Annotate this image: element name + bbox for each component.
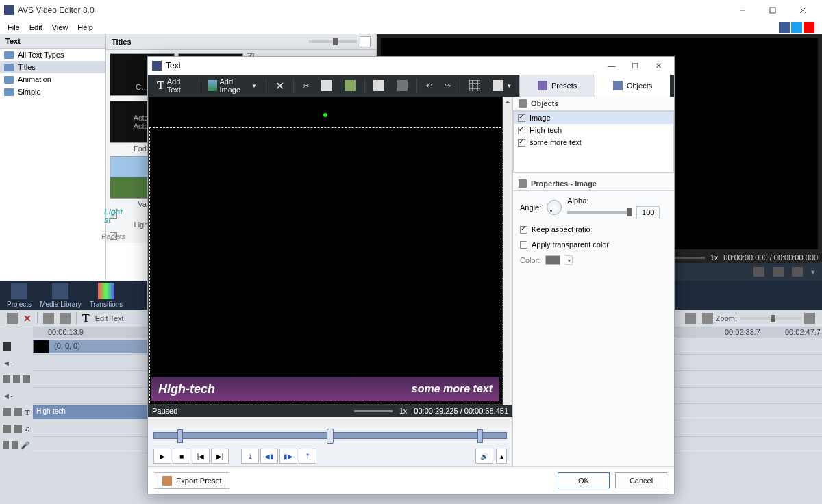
object-visibility-checkbox[interactable] [518,114,525,122]
titles-panel-title: Titles [112,38,309,46]
angle-dial[interactable] [547,200,562,215]
cancel-button[interactable]: Cancel [615,473,667,488]
in-handle[interactable] [177,429,183,443]
play-button[interactable]: ▶ [153,449,171,464]
bring-front-button[interactable] [369,78,389,93]
out-handle[interactable] [477,429,483,443]
zoom-slider[interactable] [740,317,801,320]
module-projects[interactable]: Projects [7,283,32,308]
projects-icon [11,283,27,299]
image-icon [208,80,217,91]
edit-text-button[interactable]: Edit Text [95,314,124,323]
window-minimize[interactable] [727,0,758,21]
alpha-slider[interactable] [567,211,632,214]
thumb-view-toggle[interactable] [360,36,371,47]
text-type-all[interactable]: All Text Types [0,49,105,61]
voice-track-controls[interactable]: 🎤 [0,437,33,453]
add-text-button[interactable]: TAdd Text [152,75,195,96]
object-visibility-checkbox[interactable] [518,139,525,147]
text-type-simple[interactable]: Simple [0,86,105,98]
delete-clip-button[interactable]: ✕ [23,313,32,324]
menu-file[interactable]: File [3,22,25,33]
transparent-color-checkbox[interactable] [520,241,527,249]
alpha-value[interactable]: 100 [636,206,660,218]
menu-edit[interactable]: Edit [25,22,47,33]
rotate-handle[interactable] [323,113,327,117]
window-close[interactable] [788,0,818,21]
aspect-button[interactable]: ▼ [488,78,516,93]
audio-track-controls[interactable]: ♫ [0,420,33,437]
dialog-footer: Export Preset OK Cancel [148,466,674,494]
video-track-controls[interactable] [0,338,33,355]
fit-icon[interactable] [804,313,815,324]
grid-button[interactable] [464,78,485,93]
menu-view[interactable]: View [47,22,73,33]
undo-icon[interactable] [43,313,54,324]
preview-rate-slider[interactable] [671,257,705,259]
volume-icon[interactable] [792,267,803,277]
rate-slider[interactable] [354,410,393,412]
scrub-bar[interactable] [148,425,512,446]
object-label: Image [530,114,551,122]
object-row[interactable]: Image [514,112,673,124]
copy-button[interactable] [316,78,337,93]
object-row[interactable]: High-tech [514,124,673,136]
dialog-close[interactable]: ✕ [647,58,670,74]
color-swatch[interactable] [545,255,560,265]
stop-button[interactable]: ■ [173,449,190,464]
keep-aspect-checkbox[interactable] [520,226,527,234]
youtube-icon[interactable] [804,22,814,33]
undo-button[interactable]: ↶ [421,79,437,92]
clock-icon[interactable] [702,313,713,324]
step-fwd-button[interactable]: ▮▶ [279,449,297,464]
volume-button[interactable]: 🔊 [475,449,493,464]
text-track-controls[interactable]: T [0,404,33,420]
canvas-scrollbar-v[interactable] [503,97,512,405]
cut-button[interactable]: ✂ [298,79,314,92]
window-maximize[interactable] [758,0,788,21]
redo-icon[interactable] [60,313,71,324]
scissor-icon[interactable] [7,313,18,324]
twitter-icon[interactable] [791,22,802,33]
playhead-handle[interactable] [327,429,334,444]
object-row[interactable]: some more text [514,136,673,149]
tab-presets[interactable]: Presets [519,75,595,97]
send-back-button[interactable] [392,78,412,93]
step-back-button[interactable]: ◀▮ [260,449,278,464]
titlebar: AVS Video Editor 8.0 [0,0,822,21]
object-visibility-checkbox[interactable] [518,127,525,134]
text-canvas[interactable]: High-tech some more text [149,97,502,404]
canvas-scrollbar-h[interactable] [148,417,512,425]
dialog-maximize[interactable]: ☐ [623,58,647,74]
color-dropdown[interactable]: ▼ [566,255,573,265]
module-media-library[interactable]: Media Library [40,283,82,308]
prev-frame-button[interactable]: |◀ [192,449,210,464]
mark-out-button[interactable]: ⤒ [299,449,316,464]
facebook-icon[interactable] [779,22,790,33]
layers-back-icon [397,80,408,91]
tab-objects[interactable]: Objects [595,75,670,97]
split-icon[interactable] [685,313,696,324]
media-library-icon [52,283,68,299]
volume-menu[interactable]: ▴ [496,449,507,464]
overlay-track-controls[interactable] [0,371,33,388]
export-preset-button[interactable]: Export Preset [155,473,229,489]
menu-help[interactable]: Help [73,22,98,33]
add-image-button[interactable]: Add Image▼ [203,75,262,96]
thumb-size-slider[interactable] [309,40,357,43]
mark-in-button[interactable]: ⤓ [241,449,259,464]
ok-button[interactable]: OK [558,473,610,488]
text-type-animation[interactable]: Animation [0,73,105,86]
text-type-label: Animation [18,75,51,84]
text-type-titles[interactable]: Titles [0,61,105,73]
module-transitions[interactable]: Transitions [90,283,123,308]
snapshot-icon[interactable] [754,267,764,277]
fullscreen-icon[interactable] [773,267,784,277]
title-preview[interactable]: High-tech some more text [151,377,499,401]
canvas-status: Paused 1x 00:00:29.225 / 00:00:58.451 [148,405,512,417]
redo-button[interactable]: ↷ [440,79,456,92]
delete-button[interactable]: ✕ [271,77,289,94]
next-frame-button[interactable]: ▶| [211,449,229,464]
dialog-minimize[interactable]: — [600,58,623,74]
paste-button[interactable] [340,78,360,93]
